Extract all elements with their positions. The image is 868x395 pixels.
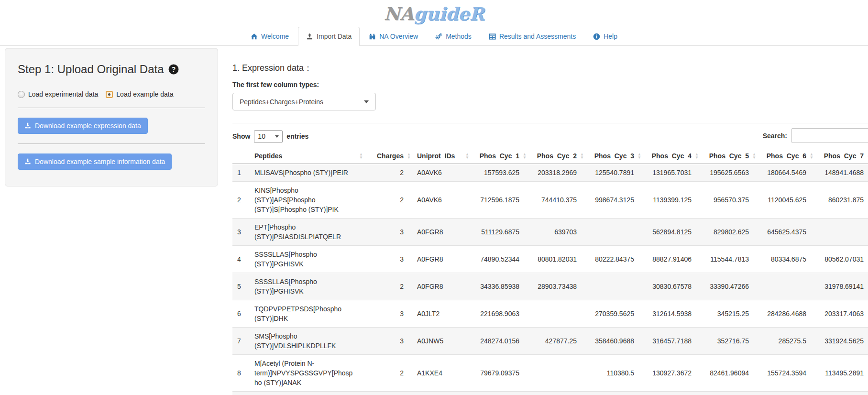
value-cell: 316457.7188 bbox=[643, 328, 700, 355]
uniprot-cell: A0FGR8 bbox=[412, 273, 471, 300]
uniprot-cell: A0FGR8 bbox=[412, 219, 471, 246]
divider bbox=[232, 123, 868, 123]
radio-load-experimental-data[interactable]: Load experimental data bbox=[18, 90, 98, 98]
peptide-cell: KINS[Phospho (STY)]APS[Phospho (STY)]S[P… bbox=[250, 182, 364, 219]
sort-icon: ▲▼ bbox=[695, 153, 699, 159]
peptide-cell: SSSSLLAS[Phospho (STY)]PGHISVK bbox=[250, 273, 364, 300]
page-length-select[interactable]: 10 bbox=[254, 130, 283, 143]
panel-title-text: Step 1: Upload Original Data bbox=[18, 63, 164, 76]
charge-cell: 3 bbox=[364, 300, 412, 328]
peptide-cell: EPT[Phospho (STY)]PSIASDISLPIATQELR bbox=[250, 219, 364, 246]
value-cell: 998674.3125 bbox=[585, 182, 643, 219]
uniprot-cell: A0JNW5 bbox=[412, 328, 471, 355]
column-types-selected-value: Peptides+Charges+Proteins bbox=[240, 98, 323, 106]
row-index-cell: 1 bbox=[232, 164, 250, 182]
value-cell: 285275.5 bbox=[758, 328, 815, 355]
column-header-phos_cyc_7[interactable]: Phos_Cyc_7▲▼ bbox=[815, 148, 868, 164]
column-label: Phos_Cyc_4 bbox=[652, 152, 692, 160]
uniprot-cell: A0JLT2 bbox=[412, 300, 471, 328]
value-cell: 80562.07031 bbox=[815, 246, 868, 273]
radio-load-example-data[interactable]: Load example data bbox=[106, 90, 173, 98]
table-row: 2KINS[Phospho (STY)]APS[Phospho (STY)]S[… bbox=[232, 182, 868, 219]
next-row-partial bbox=[232, 392, 868, 395]
table-row: 3EPT[Phospho (STY)]PSIASDISLPIATQELR3A0F… bbox=[232, 219, 868, 246]
value-cell: 860231.875 bbox=[815, 182, 868, 219]
download-example-sample-information-data-button[interactable]: Download example sample information data bbox=[18, 154, 172, 170]
value-cell: 125540.7891 bbox=[585, 164, 643, 182]
uniprot-cell: A0AVK6 bbox=[412, 164, 471, 182]
value-cell: 115544.7813 bbox=[700, 246, 758, 273]
tab-results-and-assessments[interactable]: Results and Assessments bbox=[481, 27, 584, 46]
value-cell: 30830.67578 bbox=[643, 273, 700, 300]
table-head: Peptides▲▼Charges▲▼Uniprot_IDs▲▼Phos_Cyc… bbox=[232, 148, 868, 164]
tab-import-data[interactable]: Import Data bbox=[298, 27, 360, 46]
search-label: Search: bbox=[763, 132, 787, 140]
value-cell: 645625.4375 bbox=[758, 219, 815, 246]
value-cell: 110380.5 bbox=[585, 355, 643, 392]
charge-cell: 2 bbox=[364, 182, 412, 219]
column-header-phos_cyc_1[interactable]: Phos_Cyc_1▲▼ bbox=[471, 148, 528, 164]
value-cell: 829802.625 bbox=[700, 219, 758, 246]
download-example-expression-data-button[interactable]: Download example expression data bbox=[18, 118, 148, 134]
value-cell: 511129.6875 bbox=[471, 219, 528, 246]
tab-methods[interactable]: Methods bbox=[427, 27, 480, 46]
column-types-label: The first few column types: bbox=[232, 81, 868, 88]
value-cell: 956570.375 bbox=[700, 182, 758, 219]
value-cell bbox=[585, 273, 643, 300]
value-cell: 88827.91406 bbox=[643, 246, 700, 273]
sort-icon: ▲▼ bbox=[523, 153, 527, 159]
chevron-down-icon bbox=[275, 135, 279, 138]
charge-cell: 3 bbox=[364, 219, 412, 246]
tab-welcome[interactable]: Welcome bbox=[242, 27, 297, 46]
divider bbox=[18, 108, 205, 108]
column-header-phos_cyc_2[interactable]: Phos_Cyc_2▲▼ bbox=[528, 148, 585, 164]
page-length-value: 10 bbox=[258, 132, 265, 140]
radio-group: Load experimental dataLoad example data bbox=[18, 90, 205, 98]
value-cell: 34336.85938 bbox=[471, 273, 528, 300]
charge-cell: 2 bbox=[364, 355, 412, 392]
column-header-phos_cyc_4[interactable]: Phos_Cyc_4▲▼ bbox=[643, 148, 700, 164]
button-label: Download example sample information data bbox=[35, 158, 165, 165]
value-cell: 712596.1875 bbox=[471, 182, 528, 219]
value-cell bbox=[758, 273, 815, 300]
column-header-phos_cyc_5[interactable]: Phos_Cyc_5▲▼ bbox=[700, 148, 758, 164]
column-header-charges[interactable]: Charges▲▼ bbox=[364, 148, 412, 164]
page-length-control: Show 10 entries bbox=[232, 130, 308, 143]
logo-suffix: guideR bbox=[414, 3, 484, 24]
value-cell: 270359.5625 bbox=[585, 300, 643, 328]
value-cell: 113495.2891 bbox=[815, 355, 868, 392]
column-header-phos_cyc_6[interactable]: Phos_Cyc_6▲▼ bbox=[758, 148, 815, 164]
row-index-cell: 3 bbox=[232, 219, 250, 246]
tab-na-overview[interactable]: NA Overview bbox=[361, 27, 426, 46]
search-input[interactable] bbox=[791, 128, 868, 143]
value-cell: 130927.3672 bbox=[643, 355, 700, 392]
value-cell: 562894.8125 bbox=[643, 219, 700, 246]
table-row: 7SMS[Phospho (STY)]VDLSHIPLKDPLLFK3A0JNW… bbox=[232, 328, 868, 355]
column-header-phos_cyc_3[interactable]: Phos_Cyc_3▲▼ bbox=[585, 148, 643, 164]
value-cell: 203318.2969 bbox=[528, 164, 585, 182]
column-header-peptides[interactable]: Peptides▲▼ bbox=[250, 148, 364, 164]
uniprot-cell: A0AVK6 bbox=[412, 182, 471, 219]
expression-data-table-wrap: Peptides▲▼Charges▲▼Uniprot_IDs▲▼Phos_Cyc… bbox=[232, 148, 868, 395]
value-cell: 248274.0156 bbox=[471, 328, 528, 355]
value-cell: 80334.6875 bbox=[758, 246, 815, 273]
column-types-select[interactable]: Peptides+Charges+Proteins bbox=[232, 93, 376, 110]
value-cell: 352716.75 bbox=[700, 328, 758, 355]
value-cell: 28903.73438 bbox=[528, 273, 585, 300]
sort-icon: ▲▼ bbox=[752, 153, 756, 159]
charge-cell: 2 bbox=[364, 273, 412, 300]
sort-icon: ▲▼ bbox=[637, 153, 641, 159]
radio-unchecked-icon bbox=[18, 91, 25, 98]
table-controls: Show 10 entries Search: bbox=[232, 128, 868, 144]
table-row: 1MLISAVS[Phospho (STY)]PEIR2A0AVK6157593… bbox=[232, 164, 868, 182]
tab-help[interactable]: Help bbox=[585, 27, 626, 46]
value-cell: 79679.09375 bbox=[471, 355, 528, 392]
tab-label: NA Overview bbox=[379, 33, 418, 40]
upload-panel: Step 1: Upload Original Data ? Load expe… bbox=[5, 48, 218, 187]
peptide-cell: M[Acetyl (Protein N-term)]NPVYSPGSSGVPY[… bbox=[250, 355, 364, 392]
search-control: Search: bbox=[763, 128, 868, 143]
column-header-uniprot_ids[interactable]: Uniprot_IDs▲▼ bbox=[412, 148, 471, 164]
question-circle-icon[interactable]: ? bbox=[168, 64, 179, 75]
table-row: 5SSSSLLAS[Phospho (STY)]PGHISVK2A0FGR834… bbox=[232, 273, 868, 300]
value-cell: 195625.6563 bbox=[700, 164, 758, 182]
